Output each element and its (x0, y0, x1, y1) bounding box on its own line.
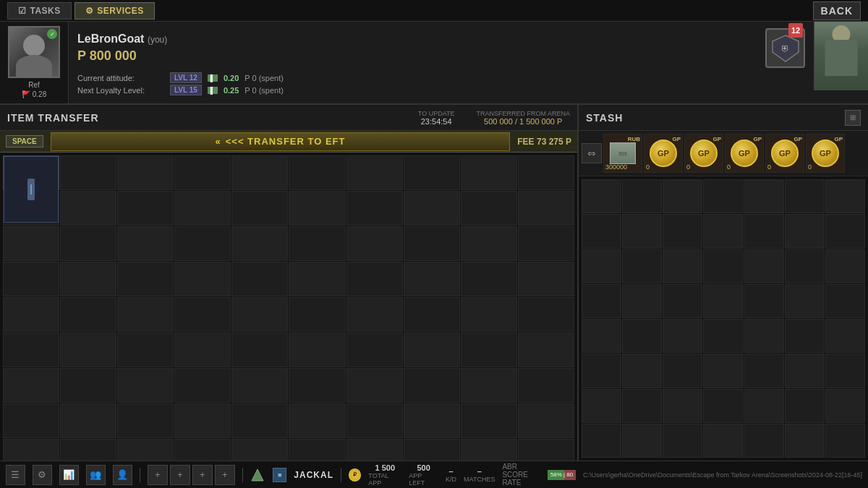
stash-item-gp-1[interactable]: GP GP 0 (644, 134, 683, 173)
transfer-cell[interactable] (117, 439, 174, 461)
stash-cell[interactable] (744, 249, 784, 283)
transfer-cell[interactable] (404, 297, 460, 332)
transfer-cell[interactable] (346, 297, 403, 332)
stash-transfer-arrow[interactable]: ⇔ (582, 143, 602, 163)
friends-button[interactable]: 👥 (86, 465, 106, 485)
transfer-cell[interactable] (289, 297, 345, 332)
stash-cell[interactable] (744, 389, 784, 423)
stash-cell[interactable] (703, 319, 743, 353)
stash-cell[interactable] (582, 354, 621, 388)
stash-cell[interactable] (663, 354, 702, 388)
transfer-cell[interactable] (346, 226, 403, 261)
transfer-cell[interactable] (60, 439, 116, 461)
transfer-cell[interactable] (117, 226, 174, 261)
transfer-cell[interactable] (518, 403, 574, 438)
transfer-cell[interactable] (289, 403, 345, 438)
transfer-cell[interactable] (461, 155, 517, 190)
stash-cell[interactable] (785, 319, 825, 353)
stash-cell[interactable] (703, 354, 743, 388)
stash-cell[interactable] (622, 179, 662, 213)
add-button-2[interactable]: + (170, 465, 190, 485)
transfer-cell[interactable] (518, 155, 574, 190)
transfer-cell[interactable] (231, 262, 288, 296)
transfer-cell[interactable] (117, 333, 174, 367)
stash-cell[interactable] (622, 424, 662, 458)
transfer-cell[interactable] (117, 191, 174, 226)
stash-cell[interactable] (744, 179, 784, 213)
transfer-item[interactable] (4, 156, 59, 223)
transfer-cell[interactable] (3, 439, 59, 461)
stash-cell[interactable] (825, 389, 865, 423)
stash-cell[interactable] (825, 424, 865, 458)
transfer-cell[interactable] (461, 439, 517, 461)
stash-cell[interactable] (825, 249, 865, 283)
stash-item-gp-5[interactable]: GP GP 0 (806, 134, 845, 173)
transfer-cell[interactable] (3, 262, 59, 296)
transfer-cell[interactable] (518, 439, 574, 461)
stash-cell[interactable] (785, 354, 825, 388)
stash-item-gp-3[interactable]: GP GP 0 (725, 134, 764, 173)
stash-cell[interactable] (825, 284, 865, 318)
transfer-cell[interactable] (231, 155, 288, 190)
transfer-cell[interactable] (518, 262, 574, 296)
stash-cell[interactable] (785, 249, 825, 283)
transfer-cell[interactable] (461, 262, 517, 296)
transfer-cell[interactable] (289, 226, 345, 261)
stash-item-gp-4[interactable]: GP GP 0 (765, 134, 804, 173)
stash-cell[interactable] (622, 214, 662, 248)
transfer-cell[interactable] (289, 368, 345, 403)
stash-cell[interactable] (663, 424, 702, 458)
transfer-cell[interactable] (3, 403, 59, 438)
stash-cell[interactable] (744, 354, 784, 388)
transfer-cell[interactable] (289, 439, 345, 461)
transfer-cell[interactable] (3, 226, 59, 261)
transfer-cell[interactable] (231, 368, 288, 403)
transfer-cell[interactable] (404, 368, 460, 403)
transfer-cell[interactable] (231, 333, 288, 367)
stash-cell[interactable] (582, 284, 621, 318)
transfer-cell[interactable] (117, 368, 174, 403)
stash-cell[interactable] (703, 284, 743, 318)
transfer-cell[interactable] (117, 155, 174, 190)
menu-button[interactable]: ☰ (6, 465, 25, 485)
stash-cell[interactable] (703, 214, 743, 248)
stash-cell[interactable] (785, 424, 825, 458)
transfer-cell[interactable] (346, 439, 403, 461)
stash-cell[interactable] (663, 179, 702, 213)
stash-cell[interactable] (622, 284, 662, 318)
transfer-cell[interactable] (60, 368, 116, 403)
stash-cell[interactable] (703, 179, 743, 213)
transfer-cell[interactable] (461, 368, 517, 403)
stash-cell[interactable] (744, 214, 784, 248)
transfer-cell[interactable] (404, 333, 460, 367)
stash-cell[interactable] (703, 389, 743, 423)
stash-cell[interactable] (582, 319, 621, 353)
tab-tasks[interactable]: ☑ TASKS (7, 2, 72, 20)
transfer-cell[interactable] (461, 226, 517, 261)
transfer-cell[interactable] (346, 155, 403, 190)
transfer-cell[interactable] (346, 368, 403, 403)
transfer-cell[interactable] (518, 368, 574, 403)
profile-button[interactable]: 👤 (113, 465, 132, 485)
transfer-cell[interactable] (60, 403, 116, 438)
transfer-cell[interactable] (174, 297, 231, 332)
transfer-cell[interactable] (404, 191, 460, 226)
transfer-cell[interactable] (3, 368, 59, 403)
grid-view-button[interactable]: ⊞ (845, 110, 861, 126)
transfer-cell[interactable] (289, 333, 345, 367)
transfer-cell[interactable] (518, 226, 574, 261)
transfer-cell[interactable] (289, 191, 345, 226)
transfer-cell[interactable] (231, 439, 288, 461)
transfer-cell[interactable] (346, 191, 403, 226)
transfer-cell[interactable] (117, 262, 174, 296)
stash-cell[interactable] (663, 284, 702, 318)
transfer-cell[interactable] (404, 262, 460, 296)
transfer-cell[interactable] (60, 262, 116, 296)
stash-cell[interactable] (622, 249, 662, 283)
transfer-cell[interactable] (518, 333, 574, 367)
stash-cell[interactable] (582, 249, 621, 283)
transfer-cell[interactable] (231, 403, 288, 438)
transfer-cell[interactable] (174, 333, 231, 367)
transfer-cell[interactable] (231, 226, 288, 261)
transfer-cell[interactable] (461, 403, 517, 438)
